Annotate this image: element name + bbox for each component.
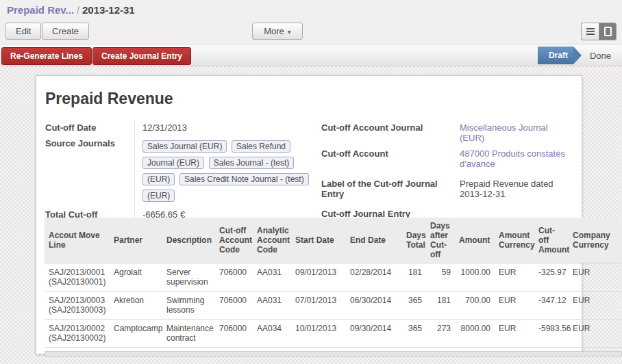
table-cell: 365: [402, 291, 426, 320]
column-header[interactable]: Amount Currency: [495, 218, 534, 263]
breadcrumb-parent-link[interactable]: Prepaid Rev...: [7, 4, 74, 16]
column-header[interactable]: Analytic Account Code: [253, 218, 291, 263]
table-cell: 10/01/2013: [291, 320, 346, 348]
form-canvas: Prepaid Revenue Cut-off Date 12/31/2013 …: [0, 66, 622, 364]
table-cell: AA031: [253, 263, 291, 291]
column-header[interactable]: Days after Cut-off: [426, 218, 455, 263]
journal-entry-label-label: Label of the Cut-off Journal Entry: [321, 177, 458, 203]
table-cell: SAJ/2013/0002 (SAJ20130002): [45, 320, 110, 348]
table-cell: 09/30/2014: [346, 320, 402, 348]
form-view-icon: [604, 27, 612, 36]
table-cell: EUR: [495, 320, 534, 348]
table-cell: 59: [426, 263, 455, 291]
breadcrumb: Prepaid Rev.../2013-12-31: [0, 0, 622, 21]
cutoff-account-link[interactable]: 487000 Produits constatés d'avance: [460, 148, 565, 169]
journal-entry-label-value: Prepaid Revenue dated 2013-12-31: [458, 177, 573, 203]
cutoff-date-label: Cut-off Date: [45, 120, 134, 136]
table-cell: Agrolait: [110, 263, 162, 291]
table-cell: EUR: [569, 263, 622, 291]
table-header-row: Accout Move LinePartnerDescriptionCut-of…: [45, 218, 622, 263]
table-cell: 8000.00: [455, 320, 495, 348]
table-cell: -347.12: [534, 291, 569, 320]
table-cell: EUR: [495, 263, 534, 291]
table-cell: 365: [402, 320, 426, 348]
chevron-down-icon: ▾: [288, 28, 291, 36]
breadcrumb-current: 2013-12-31: [82, 4, 135, 16]
form-grid: Cut-off Date 12/31/2013 Source Journals …: [45, 120, 573, 232]
regenerate-lines-button[interactable]: Re-Generate Lines: [1, 47, 92, 65]
table-cell: AA034: [253, 320, 291, 348]
more-label: More: [264, 26, 284, 36]
source-journals-tags: Sales Journal (EUR) Sales Refund Journal…: [142, 138, 312, 204]
table-cell: -5983.56: [534, 320, 569, 348]
table-cell: 07/01/2013: [291, 291, 346, 320]
table-cell: Camptocamp: [110, 320, 162, 348]
create-button[interactable]: Create: [42, 23, 89, 40]
table-cell: -325.97: [534, 263, 569, 291]
list-view-button[interactable]: [581, 23, 599, 40]
form-view-button[interactable]: [599, 23, 617, 40]
table-cell: AA031: [253, 291, 291, 320]
breadcrumb-separator: /: [74, 5, 82, 16]
column-header[interactable]: Start Date: [291, 218, 346, 263]
table-cell: EUR: [569, 291, 622, 320]
table-cell: Akretion: [110, 291, 162, 320]
edit-button[interactable]: Edit: [5, 23, 41, 40]
list-view-icon: [586, 28, 595, 35]
table-cell: EUR: [569, 320, 622, 348]
table-cell: Swimming lessons: [162, 291, 215, 320]
table-cell: 706000: [215, 320, 253, 348]
column-header[interactable]: Amount: [455, 218, 495, 263]
create-journal-entry-button[interactable]: Create Journal Entry: [92, 47, 191, 65]
table-cell: 700.00: [455, 291, 495, 320]
table-cell: 181: [402, 263, 426, 291]
table-cell: 06/30/2014: [346, 291, 402, 320]
cutoff-lines-table-container: Accout Move LinePartnerDescriptionCut-of…: [45, 218, 622, 356]
workflow-states: Draft Done: [538, 47, 615, 64]
table-cell: Server supervision: [162, 263, 215, 291]
table-cell: 706000: [215, 263, 253, 291]
table-cell: 09/01/2013: [291, 263, 346, 291]
cutoff-lines-table: Accout Move LinePartnerDescriptionCut-of…: [45, 218, 622, 348]
source-journals-label: Source Journals: [45, 136, 134, 207]
column-header[interactable]: Cut-off Amount: [534, 218, 569, 263]
column-header[interactable]: Days Total: [402, 218, 426, 263]
button-toolbar: Edit Create More▾: [0, 21, 622, 44]
column-header[interactable]: End Date: [346, 218, 402, 263]
table-cell: 02/28/2014: [346, 263, 402, 291]
cutoff-date-value: 12/31/2013: [134, 120, 321, 136]
table-cell: 181: [426, 291, 455, 320]
column-header[interactable]: Accout Move Line: [45, 218, 110, 263]
column-header[interactable]: Company Currency: [569, 218, 622, 263]
table-cell: SAJ/2013/0001 (SAJ20130001): [45, 263, 110, 291]
table-cell: 1000.00: [455, 263, 495, 291]
table-cell: SAJ/2013/0003 (SAJ20130003): [45, 291, 110, 320]
column-header[interactable]: Cut-off Account Code: [215, 218, 253, 263]
statusbar: Re-Generate Lines Create Journal Entry D…: [0, 44, 622, 66]
form-right-column: Cut-off Account Journal Miscellaneous Jo…: [321, 120, 573, 232]
table-cell: 706000: [215, 291, 253, 320]
cutoff-account-journal-link[interactable]: Miscellaneous Journal (EUR): [460, 122, 548, 143]
table-cell: Maintenance contract: [162, 320, 215, 348]
horizontal-scrollbar[interactable]: [45, 351, 622, 356]
cutoff-account-journal-label: Cut-off Account Journal: [321, 120, 458, 146]
table-row[interactable]: SAJ/2013/0002 (SAJ20130002)CamptocampMai…: [45, 320, 622, 348]
more-dropdown-button[interactable]: More▾: [252, 23, 303, 40]
journal-tag: Sales Journal (EUR): [142, 140, 227, 153]
cutoff-account-label: Cut-off Account: [321, 146, 458, 172]
column-header[interactable]: Partner: [110, 218, 162, 263]
state-draft: Draft: [538, 47, 573, 64]
table-cell: EUR: [495, 291, 534, 320]
table-row[interactable]: SAJ/2013/0001 (SAJ20130001)AgrolaitServe…: [45, 263, 622, 291]
column-header[interactable]: Description: [162, 218, 215, 263]
table-cell: 273: [426, 320, 455, 348]
table-row[interactable]: SAJ/2013/0003 (SAJ20130003)AkretionSwimm…: [45, 291, 622, 320]
view-switcher: [581, 23, 617, 40]
form-left-column: Cut-off Date 12/31/2013 Source Journals …: [45, 120, 321, 232]
page-title: Prepaid Revenue: [45, 90, 573, 108]
